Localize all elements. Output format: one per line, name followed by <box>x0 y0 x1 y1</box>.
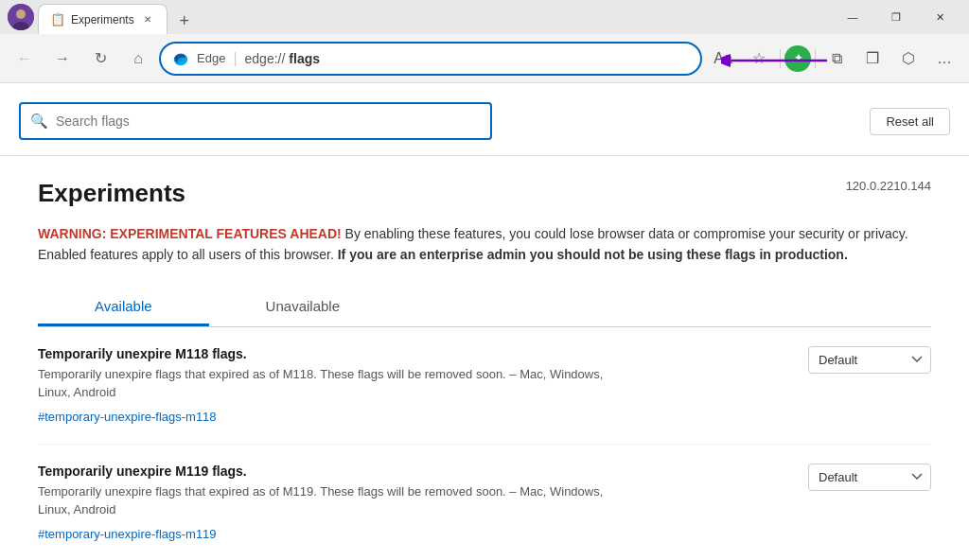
extensions-icon[interactable]: ⬡ <box>891 42 925 76</box>
flag-item-m119: Temporarily unexpire M119 flags. Tempora… <box>38 445 931 560</box>
address-bar[interactable]: Edge | edge://flags <box>159 42 702 76</box>
tab-bar: 📋 Experiments ✕ + <box>38 0 198 34</box>
refresh-button[interactable]: ↻ <box>83 42 117 76</box>
flag-m119-link[interactable]: #temporary-unexpire-flags-m119 <box>38 527 217 541</box>
active-tab[interactable]: 📋 Experiments ✕ <box>38 4 167 34</box>
tabs-container: Available Unavailable <box>38 289 931 327</box>
more-options-icon[interactable]: … <box>927 42 961 76</box>
tab-available[interactable]: Available <box>38 289 209 326</box>
warning-box: WARNING: EXPERIMENTAL FEATURES AHEAD! By… <box>38 223 931 266</box>
address-divider: | <box>233 50 237 67</box>
flag-m118-info: Temporarily unexpire M118 flags. Tempora… <box>38 346 606 425</box>
close-button[interactable]: ✕ <box>918 0 961 34</box>
search-icon: 🔍 <box>30 113 48 130</box>
toolbar-divider-2 <box>815 49 816 68</box>
tab-icon: 📋 <box>50 12 65 26</box>
flag-m119-description: Temporarily unexpire flags that expired … <box>38 482 606 519</box>
search-flags-input[interactable] <box>56 114 481 129</box>
reset-all-button[interactable]: Reset all <box>870 108 950 135</box>
page-content: 🔍 Reset all Experiments 120.0.2210.144 W… <box>0 83 969 560</box>
split-screen-icon[interactable]: ⧉ <box>819 42 854 76</box>
search-area: 🔍 Reset all <box>0 83 969 156</box>
version-text: 120.0.2210.144 <box>846 179 931 193</box>
warning-red-text: WARNING: EXPERIMENTAL FEATURES AHEAD! <box>38 226 342 241</box>
svg-point-1 <box>16 9 26 19</box>
warning-bold-text: If you are an enterprise admin you shoul… <box>338 247 848 262</box>
browser-brand: Edge <box>197 51 225 65</box>
forward-button[interactable]: → <box>45 42 79 76</box>
flag-m118-description: Temporarily unexpire flags that expired … <box>38 365 606 402</box>
toolbar-divider <box>780 49 781 68</box>
flags-list: Temporarily unexpire M118 flags. Tempora… <box>38 327 931 560</box>
tab-close-button[interactable]: ✕ <box>140 12 155 27</box>
reader-view-icon[interactable]: Aa <box>706 42 740 76</box>
address-bar-wrapper: Edge | edge://flags <box>159 42 702 76</box>
navbar: ← → ↻ ⌂ Edge | <box>0 34 969 83</box>
flag-m119-info: Temporarily unexpire M119 flags. Tempora… <box>38 464 606 542</box>
flag-m119-control[interactable]: Default Enabled Disabled <box>808 464 931 491</box>
flag-m118-control[interactable]: Default Enabled Disabled <box>808 346 931 374</box>
titlebar: 📋 Experiments ✕ + — ❐ ✕ <box>0 0 969 34</box>
tab-unavailable[interactable]: Unavailable <box>209 289 396 326</box>
minimize-button[interactable]: — <box>831 0 874 34</box>
home-button[interactable]: ⌂ <box>121 42 155 76</box>
tab-title: Experiments <box>71 13 134 26</box>
search-input-wrapper[interactable]: 🔍 <box>19 102 492 140</box>
back-button[interactable]: ← <box>8 42 42 76</box>
main-content: Experiments 120.0.2210.144 WARNING: EXPE… <box>0 156 969 560</box>
maximize-button[interactable]: ❐ <box>874 0 918 34</box>
page-title-row: Experiments 120.0.2210.144 <box>38 179 931 208</box>
flag-m118-link[interactable]: #temporary-unexpire-flags-m118 <box>38 410 217 424</box>
flag-item-m118: Temporarily unexpire M118 flags. Tempora… <box>38 327 931 445</box>
collections-icon[interactable]: ❒ <box>855 42 890 76</box>
favorites-icon[interactable]: ☆ <box>742 42 776 76</box>
flag-m118-select[interactable]: Default Enabled Disabled <box>808 346 931 374</box>
flag-m119-title: Temporarily unexpire M119 flags. <box>38 464 606 479</box>
address-flags: flags <box>289 51 320 66</box>
flag-m118-title: Temporarily unexpire M118 flags. <box>38 346 606 361</box>
toolbar-icons: Aa ☆ ✦ ⧉ ❒ ⬡ … <box>706 42 961 76</box>
page-title: Experiments <box>38 179 185 208</box>
avatar[interactable] <box>8 4 34 30</box>
address-text: edge://flags <box>245 51 321 66</box>
address-prefix: edge:// <box>245 51 286 66</box>
titlebar-left: 📋 Experiments ✕ + <box>8 0 198 34</box>
titlebar-controls: — ❐ ✕ <box>831 0 961 34</box>
new-tab-button[interactable]: + <box>171 8 198 34</box>
copilot-icon[interactable]: ✦ <box>784 45 811 72</box>
flag-m119-select[interactable]: Default Enabled Disabled <box>808 464 931 491</box>
edge-logo-icon <box>172 50 189 67</box>
